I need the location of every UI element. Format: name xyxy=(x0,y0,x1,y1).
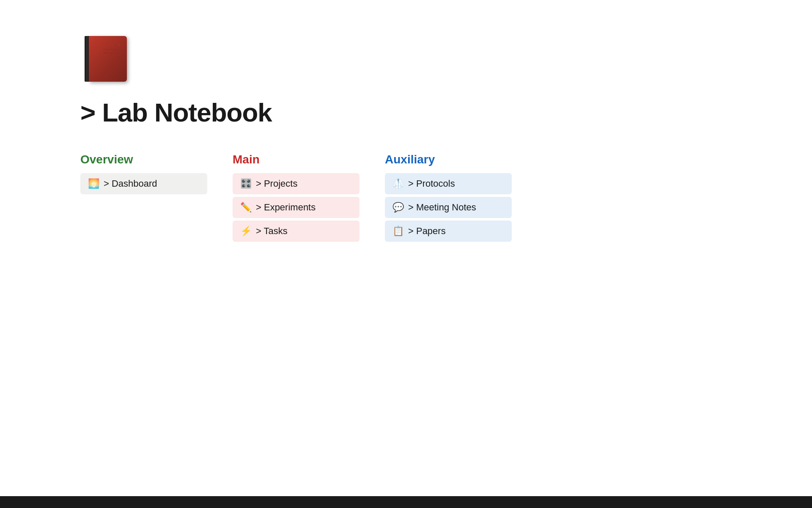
meeting-notes-label: > Meeting Notes xyxy=(408,202,476,213)
item-projects[interactable]: 🎛️ > Projects xyxy=(233,173,359,194)
book-body: VOL. 1 The Setup Notebook xyxy=(89,36,127,82)
book-vol: VOL. 1 xyxy=(96,42,126,47)
bottom-bar xyxy=(0,496,812,508)
page-title: > Lab Notebook xyxy=(80,97,812,127)
experiments-label: > Experiments xyxy=(256,202,315,213)
section-overview: Overview 🌅 > Dashboard xyxy=(80,153,207,194)
meeting-notes-icon: 💬 xyxy=(392,202,404,213)
item-protocols[interactable]: 🥼 > Protocols xyxy=(385,173,512,194)
projects-label: > Projects xyxy=(256,178,297,189)
experiments-icon: ✏️ xyxy=(240,202,252,213)
auxiliary-items: 🥼 > Protocols 💬 > Meeting Notes 📋 > Pape… xyxy=(385,173,512,242)
notebook-icon: VOL. 1 The Setup Notebook xyxy=(80,34,131,85)
overview-items: 🌅 > Dashboard xyxy=(80,173,207,194)
section-heading-auxiliary: Auxiliary xyxy=(385,153,512,166)
section-heading-overview: Overview xyxy=(80,153,207,166)
item-experiments[interactable]: ✏️ > Experiments xyxy=(233,197,359,218)
dashboard-label: > Dashboard xyxy=(104,178,157,189)
protocols-label: > Protocols xyxy=(408,178,455,189)
item-tasks[interactable]: ⚡ > Tasks xyxy=(233,221,359,242)
page-container: VOL. 1 The Setup Notebook > Lab Notebook… xyxy=(0,0,812,242)
section-auxiliary: Auxiliary 🥼 > Protocols 💬 > Meeting Note… xyxy=(385,153,512,242)
item-dashboard[interactable]: 🌅 > Dashboard xyxy=(80,173,207,194)
book-text: VOL. 1 The Setup Notebook xyxy=(96,42,126,55)
section-heading-main: Main xyxy=(233,153,359,166)
tasks-label: > Tasks xyxy=(256,226,288,237)
section-main: Main 🎛️ > Projects ✏️ > Experiments ⚡ > … xyxy=(233,153,359,242)
sections-container: Overview 🌅 > Dashboard Main 🎛️ > Project… xyxy=(80,153,812,242)
book-subtitle: The Setup Notebook xyxy=(96,48,126,55)
projects-icon: 🎛️ xyxy=(240,178,252,189)
protocols-icon: 🥼 xyxy=(392,178,404,189)
tasks-icon: ⚡ xyxy=(240,226,252,237)
item-meeting-notes[interactable]: 💬 > Meeting Notes xyxy=(385,197,512,218)
dashboard-icon: 🌅 xyxy=(88,178,99,189)
main-items: 🎛️ > Projects ✏️ > Experiments ⚡ > Tasks xyxy=(233,173,359,242)
papers-icon: 📋 xyxy=(392,226,404,237)
papers-label: > Papers xyxy=(408,226,446,237)
item-papers[interactable]: 📋 > Papers xyxy=(385,221,512,242)
